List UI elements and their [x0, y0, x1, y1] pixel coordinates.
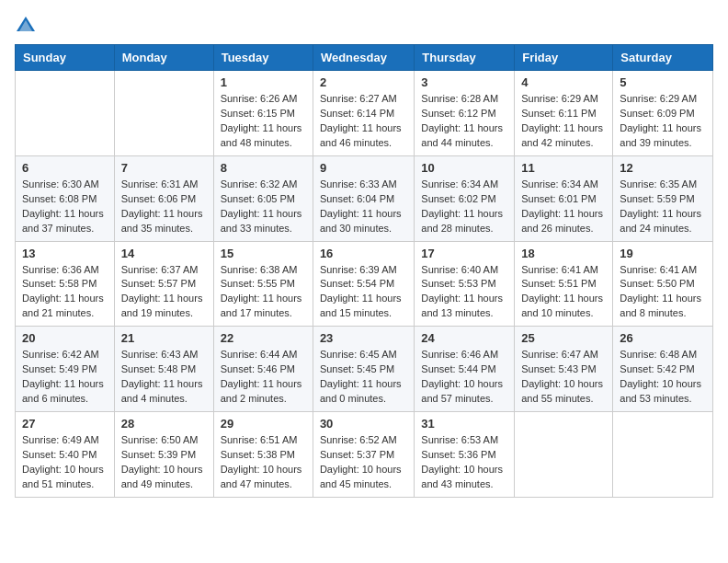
day-number: 7: [121, 161, 207, 175]
day-info: Sunrise: 6:53 AM Sunset: 5:36 PM Dayligh…: [421, 433, 507, 492]
calendar-week-row: 13Sunrise: 6:36 AM Sunset: 5:58 PM Dayli…: [16, 241, 713, 327]
calendar-cell: [515, 412, 613, 498]
calendar-cell: 9Sunrise: 6:33 AM Sunset: 6:04 PM Daylig…: [313, 155, 414, 241]
day-info: Sunrise: 6:31 AM Sunset: 6:06 PM Dayligh…: [121, 178, 207, 236]
calendar-cell: 2Sunrise: 6:27 AM Sunset: 6:14 PM Daylig…: [313, 71, 414, 156]
day-number: 9: [320, 161, 407, 175]
day-info: Sunrise: 6:27 AM Sunset: 6:14 PM Dayligh…: [320, 92, 407, 151]
calendar-cell: 12Sunrise: 6:35 AM Sunset: 5:59 PM Dayli…: [613, 155, 713, 241]
day-number: 11: [521, 161, 606, 175]
calendar-cell: 7Sunrise: 6:31 AM Sunset: 6:06 PM Daylig…: [114, 155, 213, 241]
logo-icon: [15, 15, 37, 37]
day-info: Sunrise: 6:37 AM Sunset: 5:57 PM Dayligh…: [121, 263, 207, 322]
column-header-monday: Monday: [114, 45, 213, 71]
day-number: 10: [421, 161, 507, 175]
column-header-wednesday: Wednesday: [313, 45, 414, 71]
day-info: Sunrise: 6:29 AM Sunset: 6:11 PM Dayligh…: [521, 92, 606, 151]
calendar-cell: 22Sunrise: 6:44 AM Sunset: 5:46 PM Dayli…: [213, 327, 313, 412]
calendar-cell: 15Sunrise: 6:38 AM Sunset: 5:55 PM Dayli…: [213, 241, 313, 327]
day-number: 4: [521, 75, 606, 89]
calendar-cell: [114, 71, 213, 156]
day-number: 16: [320, 247, 407, 260]
day-number: 14: [121, 247, 207, 260]
day-number: 31: [421, 417, 507, 431]
day-info: Sunrise: 6:29 AM Sunset: 6:09 PM Dayligh…: [620, 92, 706, 151]
day-number: 29: [221, 417, 306, 431]
day-info: Sunrise: 6:50 AM Sunset: 5:39 PM Dayligh…: [121, 433, 207, 492]
calendar-cell: 16Sunrise: 6:39 AM Sunset: 5:54 PM Dayli…: [313, 241, 414, 327]
calendar-cell: 24Sunrise: 6:46 AM Sunset: 5:44 PM Dayli…: [415, 327, 515, 412]
calendar-cell: 11Sunrise: 6:34 AM Sunset: 6:01 PM Dayli…: [515, 155, 613, 241]
day-number: 30: [320, 417, 407, 431]
calendar-cell: [16, 71, 115, 156]
day-number: 28: [121, 417, 207, 431]
day-number: 3: [421, 75, 507, 89]
day-number: 15: [221, 247, 306, 260]
calendar-cell: 8Sunrise: 6:32 AM Sunset: 6:05 PM Daylig…: [213, 155, 313, 241]
calendar-cell: 27Sunrise: 6:49 AM Sunset: 5:40 PM Dayli…: [16, 412, 115, 498]
calendar-cell: 4Sunrise: 6:29 AM Sunset: 6:11 PM Daylig…: [515, 71, 613, 156]
day-number: 1: [221, 75, 306, 89]
calendar-week-row: 6Sunrise: 6:30 AM Sunset: 6:08 PM Daylig…: [16, 155, 713, 241]
calendar-cell: 25Sunrise: 6:47 AM Sunset: 5:43 PM Dayli…: [515, 327, 613, 412]
day-number: 26: [620, 331, 706, 345]
day-info: Sunrise: 6:47 AM Sunset: 5:43 PM Dayligh…: [521, 348, 606, 407]
day-number: 20: [22, 331, 108, 345]
day-info: Sunrise: 6:44 AM Sunset: 5:46 PM Dayligh…: [221, 348, 306, 407]
day-number: 21: [121, 331, 207, 345]
calendar-week-row: 27Sunrise: 6:49 AM Sunset: 5:40 PM Dayli…: [16, 412, 713, 498]
calendar-cell: 31Sunrise: 6:53 AM Sunset: 5:36 PM Dayli…: [415, 412, 515, 498]
calendar-week-row: 1Sunrise: 6:26 AM Sunset: 6:15 PM Daylig…: [16, 71, 713, 156]
calendar-cell: 30Sunrise: 6:52 AM Sunset: 5:37 PM Dayli…: [313, 412, 414, 498]
day-number: 8: [221, 161, 306, 175]
calendar-cell: 23Sunrise: 6:45 AM Sunset: 5:45 PM Dayli…: [313, 327, 414, 412]
column-header-thursday: Thursday: [415, 45, 515, 71]
day-info: Sunrise: 6:46 AM Sunset: 5:44 PM Dayligh…: [421, 348, 507, 407]
day-number: 12: [620, 161, 706, 175]
day-info: Sunrise: 6:33 AM Sunset: 6:04 PM Dayligh…: [320, 178, 407, 236]
calendar-cell: 3Sunrise: 6:28 AM Sunset: 6:12 PM Daylig…: [415, 71, 515, 156]
calendar-cell: 1Sunrise: 6:26 AM Sunset: 6:15 PM Daylig…: [213, 71, 313, 156]
day-info: Sunrise: 6:30 AM Sunset: 6:08 PM Dayligh…: [22, 178, 108, 236]
day-number: 13: [22, 247, 108, 260]
day-number: 2: [320, 75, 407, 89]
calendar-cell: 21Sunrise: 6:43 AM Sunset: 5:48 PM Dayli…: [114, 327, 213, 412]
day-number: 24: [421, 331, 507, 345]
day-number: 27: [22, 417, 108, 431]
day-info: Sunrise: 6:26 AM Sunset: 6:15 PM Dayligh…: [221, 92, 306, 151]
calendar-cell: 26Sunrise: 6:48 AM Sunset: 5:42 PM Dayli…: [613, 327, 713, 412]
calendar-cell: 17Sunrise: 6:40 AM Sunset: 5:53 PM Dayli…: [415, 241, 515, 327]
day-number: 5: [620, 75, 706, 89]
day-number: 19: [620, 247, 706, 260]
calendar-cell: 14Sunrise: 6:37 AM Sunset: 5:57 PM Dayli…: [114, 241, 213, 327]
day-info: Sunrise: 6:49 AM Sunset: 5:40 PM Dayligh…: [22, 433, 108, 492]
day-info: Sunrise: 6:34 AM Sunset: 6:01 PM Dayligh…: [521, 178, 606, 236]
day-info: Sunrise: 6:38 AM Sunset: 5:55 PM Dayligh…: [221, 263, 306, 322]
day-info: Sunrise: 6:28 AM Sunset: 6:12 PM Dayligh…: [421, 92, 507, 151]
calendar-cell: 6Sunrise: 6:30 AM Sunset: 6:08 PM Daylig…: [16, 155, 115, 241]
day-number: 17: [421, 247, 507, 260]
day-info: Sunrise: 6:32 AM Sunset: 6:05 PM Dayligh…: [221, 178, 306, 236]
day-info: Sunrise: 6:43 AM Sunset: 5:48 PM Dayligh…: [121, 348, 207, 407]
day-info: Sunrise: 6:35 AM Sunset: 5:59 PM Dayligh…: [620, 178, 706, 236]
day-info: Sunrise: 6:40 AM Sunset: 5:53 PM Dayligh…: [421, 263, 507, 322]
day-info: Sunrise: 6:34 AM Sunset: 6:02 PM Dayligh…: [421, 178, 507, 236]
page-header: [15, 15, 713, 37]
column-header-sunday: Sunday: [16, 45, 115, 71]
calendar-cell: 28Sunrise: 6:50 AM Sunset: 5:39 PM Dayli…: [114, 412, 213, 498]
column-header-tuesday: Tuesday: [213, 45, 313, 71]
column-header-friday: Friday: [515, 45, 613, 71]
day-number: 18: [521, 247, 606, 260]
calendar-header-row: SundayMondayTuesdayWednesdayThursdayFrid…: [16, 45, 713, 71]
calendar-cell: 18Sunrise: 6:41 AM Sunset: 5:51 PM Dayli…: [515, 241, 613, 327]
day-info: Sunrise: 6:36 AM Sunset: 5:58 PM Dayligh…: [22, 263, 108, 322]
calendar-cell: 10Sunrise: 6:34 AM Sunset: 6:02 PM Dayli…: [415, 155, 515, 241]
day-info: Sunrise: 6:48 AM Sunset: 5:42 PM Dayligh…: [620, 348, 706, 407]
column-header-saturday: Saturday: [613, 45, 713, 71]
day-number: 22: [221, 331, 306, 345]
day-info: Sunrise: 6:52 AM Sunset: 5:37 PM Dayligh…: [320, 433, 407, 492]
calendar-cell: [613, 412, 713, 498]
calendar-cell: 19Sunrise: 6:41 AM Sunset: 5:50 PM Dayli…: [613, 241, 713, 327]
calendar-table: SundayMondayTuesdayWednesdayThursdayFrid…: [15, 44, 713, 498]
day-info: Sunrise: 6:45 AM Sunset: 5:45 PM Dayligh…: [320, 348, 407, 407]
